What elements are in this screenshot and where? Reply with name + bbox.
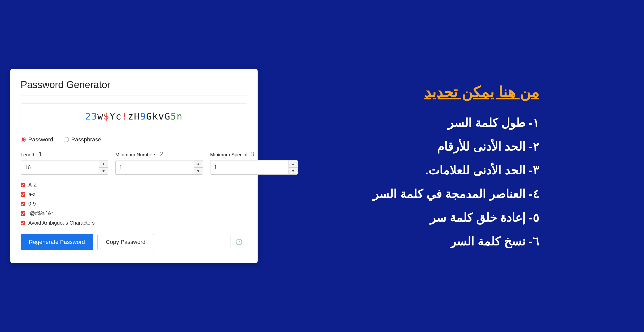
cb-az-input[interactable] [21,183,25,187]
pw-part2: w [97,111,104,122]
pw-part10: n [177,111,183,122]
password-display: 23w$Yc!zH9GkvG5n [21,104,247,129]
cb-09-input[interactable] [21,202,25,206]
cb-az-lower-input[interactable] [21,192,25,197]
cb-avoid-ambiguous[interactable]: Avoid Ambiguous Characters [21,220,247,226]
field-length: Length 1 ▲ ▼ [21,150,108,175]
arabic-item-5: ٦- نسخ كلمة السر [373,229,539,253]
min-numbers-annotation: 2 [159,150,163,158]
copy-password-button[interactable]: Copy Password [97,234,154,250]
min-numbers-down[interactable]: ▼ [194,168,203,175]
cb-az-lower-label: a-z [28,191,36,197]
min-numbers-label: Minimum Numbers 2 [115,150,203,158]
password-generator-card: Password Generator 23w$Yc!zH9GkvG5n Pass… [10,69,258,263]
cb-09[interactable]: 0-9 [21,201,247,207]
fields-row: Length 1 ▲ ▼ Minimum Numbers 2 [21,150,247,175]
cb-az-lower[interactable]: a-z [21,191,247,197]
length-up[interactable]: ▲ [99,160,108,168]
length-input-wrapper: ▲ ▼ [21,160,108,175]
min-special-annotation: 3 [250,150,254,158]
length-annotation: 1 [38,150,42,158]
arabic-item-4: ٤- العناصر المدمجة في كلمة السر [373,182,539,206]
cb-special-label: !@#$%^&* [28,210,53,216]
pw-part7: 9 [140,111,146,122]
cb-az[interactable]: A-Z [21,182,247,188]
arabic-item-2: ٢- الحد الأدنى للأرقام [373,135,539,158]
length-down[interactable]: ▼ [99,168,108,175]
history-icon: 🕐 [235,239,242,245]
arabic-body: ١- طول كلمة السر ٢- الحد الأدنى للأرقام … [373,111,539,253]
field-min-numbers: Minimum Numbers 2 ▲ ▼ [115,150,203,175]
card-title: Password Generator [21,79,247,96]
cb-az-label: A-Z [28,182,37,188]
pw-part5: ! [122,111,128,122]
pw-part3: $ [104,111,110,122]
min-numbers-spinners: ▲ ▼ [194,160,203,174]
checkboxes-group: A-Z a-z 0-9 !@#$%^&* Avoid Ambiguous Cha… [21,182,247,226]
length-label: Length 1 [21,150,108,158]
cb-special[interactable]: !@#$%^&* [21,210,247,216]
radio-password-label: Password [28,136,53,143]
arabic-item-3: ٣- الحد الأدنى للعلامات. [373,158,539,182]
actions-row: Regenerate Password Copy Password 🕐 [21,234,247,250]
radio-password-input[interactable] [21,137,26,142]
regenerate-button[interactable]: Regenerate Password [21,234,93,250]
min-numbers-up[interactable]: ▲ [194,160,203,168]
cb-avoid-ambiguous-input[interactable] [21,221,25,225]
radio-passphrase[interactable]: Passphrase [64,136,101,143]
length-spinners: ▲ ▼ [99,160,108,174]
radio-passphrase-label: Passphrase [71,136,101,143]
arabic-title: من هنا يمكن تحديد [373,79,539,106]
cb-special-input[interactable] [21,211,25,216]
length-input[interactable] [21,160,99,174]
arabic-content: من هنا يمكن تحديد ١- طول كلمة السر ٢- ال… [373,79,539,253]
min-numbers-input[interactable] [116,160,194,174]
min-numbers-input-wrapper: ▲ ▼ [115,160,203,175]
arabic-item-4b: ٥- إعادة خلق كلمة سر [373,206,539,229]
cb-avoid-ambiguous-label: Avoid Ambiguous Characters [28,220,95,226]
history-button[interactable]: 🕐 [231,235,247,249]
cb-09-label: 0-9 [28,201,36,207]
arabic-item-1: ١- طول كلمة السر [373,111,539,135]
pw-part1: 23 [85,111,97,122]
left-panel: Password Generator 23w$Yc!zH9GkvG5n Pass… [0,0,268,332]
pw-part8: GkvG [146,111,171,122]
pw-part6: zH [128,111,140,122]
pw-part4: Yc [109,111,122,122]
radio-group: Password Passphrase [21,136,247,143]
radio-password[interactable]: Password [21,136,53,143]
right-panel: من هنا يمكن تحديد ١- طول كلمة السر ٢- ال… [268,0,644,332]
pw-part9: 5 [171,111,177,122]
radio-passphrase-input[interactable] [64,137,69,142]
